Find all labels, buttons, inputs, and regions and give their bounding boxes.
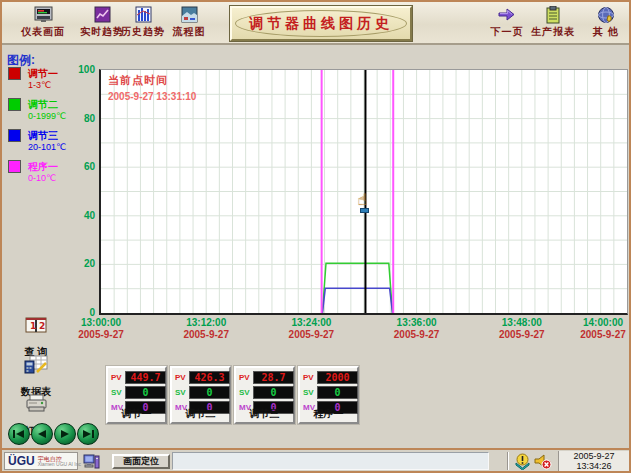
controller-panel: PV449.7 SV0 MV0 调节一 (106, 366, 167, 424)
taskbar: ÜGU 宇电自控 Xiamen UGU AI Inc 画面定位 2005-9-2… (2, 448, 629, 471)
system-clock: 2005-9-27 13:34:26 (558, 451, 629, 471)
nav-first-button[interactable] (8, 423, 30, 445)
previous-icon (36, 428, 48, 440)
vendor-logo: ÜGU 宇电自控 Xiamen UGU AI Inc (4, 452, 78, 470)
legend-color-swatch (8, 129, 21, 142)
panel-title: 程序一 (300, 407, 357, 421)
next-icon (59, 428, 71, 440)
series-调节三 (322, 288, 392, 313)
logo-line2: Xiamen UGU AI Inc (38, 462, 81, 467)
logo-text: ÜGU (8, 454, 35, 468)
flowchart-icon (161, 6, 217, 25)
pv-display: 449.7 (125, 371, 166, 384)
flowchart-button[interactable]: 流程图 (161, 5, 217, 43)
data-table-button[interactable]: 数据表 (14, 354, 58, 399)
clock-time: 13:34:26 (559, 461, 629, 471)
legend-color-swatch (8, 98, 21, 111)
nav-next-button[interactable] (54, 423, 76, 445)
globe-icon (582, 6, 630, 25)
toolbar-button-label: 流程图 (161, 25, 217, 39)
sv-display: 0 (253, 386, 294, 399)
pv-display: 28.7 (253, 371, 294, 384)
sv-label: SV (239, 388, 250, 397)
legend-item-name: 调节一 (28, 67, 58, 81)
nav-last-button[interactable] (77, 423, 99, 445)
pv-label: PV (239, 373, 250, 382)
computer-icon[interactable] (83, 453, 100, 473)
muted-speaker-icon[interactable] (533, 453, 552, 473)
x-axis-tick: 13:36:002005-9-27 (389, 317, 445, 340)
hmi-screen: 仪表画面 实时趋势 历史趋势 流程图 调节器曲线图历史 (0, 0, 631, 473)
taskbar-empty-tray (172, 452, 489, 470)
svg-text:2: 2 (39, 321, 45, 331)
production-report-icon (525, 6, 581, 25)
legend-color-swatch (8, 160, 21, 173)
clock-date: 2005-9-27 (559, 451, 629, 461)
skip-to-last-icon (81, 428, 95, 440)
x-axis-tick: 13:24:002005-9-27 (283, 317, 339, 340)
controller-panel: PV426.3 SV0 MV0 调节二 (170, 366, 231, 424)
nav-previous-button[interactable] (31, 423, 53, 445)
pv-label: PV (303, 373, 314, 382)
instrument-screen-icon (15, 6, 71, 25)
legend-color-swatch (8, 67, 21, 80)
toolbar-button-label: 仪表画面 (15, 25, 71, 39)
pv-display: 426.3 (189, 371, 230, 384)
legend-item-name: 程序一 (28, 160, 58, 174)
legend-item-name: 调节三 (28, 129, 58, 143)
screen-title-plaque: 调节器曲线图历史 (230, 6, 412, 41)
legend-item-range: 0-1999℃ (28, 111, 66, 121)
svg-text:1: 1 (30, 321, 36, 331)
other-button[interactable]: 其 他 (582, 5, 630, 43)
print-icon (14, 394, 58, 418)
y-axis-tick: 20 (62, 258, 95, 269)
y-axis-tick: 40 (62, 210, 95, 221)
title-oval-border: 调节器曲线图历史 (235, 10, 407, 37)
x-axis-tick: 13:12:002005-9-27 (178, 317, 234, 340)
panel-title: 调节一 (108, 407, 165, 421)
controller-panel: PV2000 SV0 MV0 程序一 (298, 366, 359, 424)
x-axis-tick: 13:48:002005-9-27 (494, 317, 550, 340)
screen-locate-button[interactable]: 画面定位 (112, 454, 170, 469)
top-toolbar: 仪表画面 实时趋势 历史趋势 流程图 调节器曲线图历史 (2, 2, 629, 45)
pv-label: PV (111, 373, 122, 382)
controller-panel: PV28.7 SV0 MV0 调节三 (234, 366, 295, 424)
y-axis-tick: 100 (62, 64, 95, 75)
skip-to-first-icon (12, 428, 26, 440)
query-button[interactable]: 12 查 询 (14, 316, 58, 359)
toolbar-button-label: 生产报表 (525, 25, 581, 39)
query-icon: 12 (14, 316, 58, 339)
sv-display: 0 (317, 386, 358, 399)
instrument-screen-button[interactable]: 仪表画面 (15, 5, 71, 43)
toolbar-button-label: 其 他 (582, 25, 630, 39)
sv-display: 0 (189, 386, 230, 399)
sv-label: SV (111, 388, 122, 397)
pv-label: PV (175, 373, 186, 382)
drag-hand-cursor-icon[interactable]: ☝ (357, 192, 367, 208)
sv-label: SV (303, 388, 314, 397)
x-axis-tick: 14:00:002005-9-27 (575, 317, 631, 340)
data-table-icon (14, 354, 58, 379)
legend-item-name: 调节二 (28, 98, 58, 112)
y-axis-tick: 80 (62, 113, 95, 124)
legend-item-range: 20-101℃ (28, 142, 66, 152)
panel-title: 调节三 (236, 407, 293, 421)
legend-item-range: 0-10℃ (28, 173, 56, 183)
y-axis-tick: 60 (62, 161, 95, 172)
pv-display: 2000 (317, 371, 358, 384)
legend-item-range: 1-3℃ (28, 80, 51, 90)
hand-cursor-cuff[interactable] (360, 208, 369, 213)
sv-label: SV (175, 388, 186, 397)
sv-display: 0 (125, 386, 166, 399)
page-title: 调节器曲线图历史 (249, 15, 393, 33)
taskbar-separator (507, 452, 509, 470)
alarm-status-icon[interactable] (514, 453, 531, 473)
production-report-button[interactable]: 生产报表 (525, 5, 581, 43)
x-axis-tick: 13:00:002005-9-27 (73, 317, 129, 340)
panel-title: 调节二 (172, 407, 229, 421)
